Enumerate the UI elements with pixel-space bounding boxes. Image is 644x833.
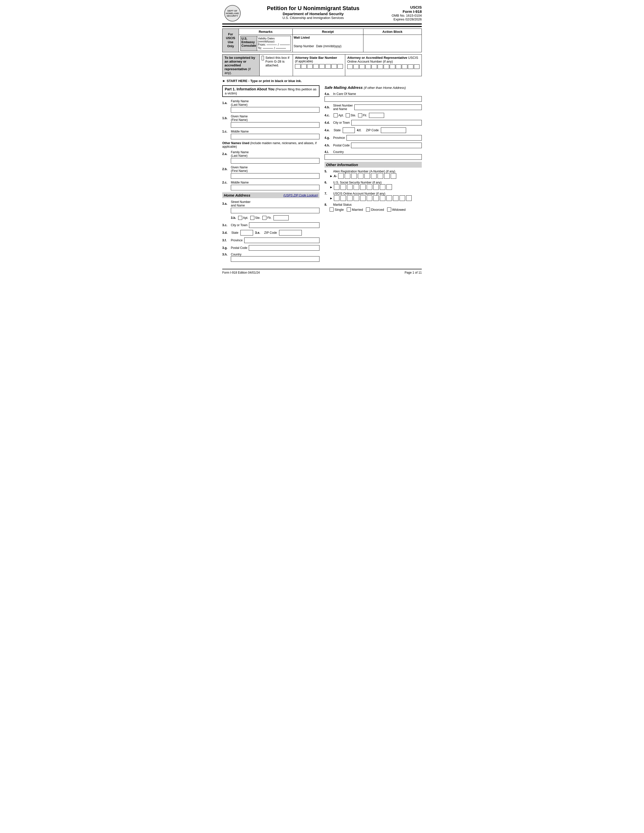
married-checkbox[interactable] [347, 207, 351, 212]
field-4a-row: 4.a. In Care Of Name [325, 92, 422, 96]
safe-ste-checkbox[interactable] [346, 113, 350, 117]
acct-box-1[interactable] [334, 195, 340, 201]
ssn-box-8[interactable] [380, 184, 385, 190]
usps-link[interactable]: (USPS ZIP Code Lookup) [283, 194, 318, 197]
safe-flr-item: Flr. [358, 113, 367, 117]
acct-box-6[interactable] [367, 195, 372, 201]
single-checkbox[interactable] [330, 207, 333, 212]
ssn-box-5[interactable] [360, 184, 366, 190]
state-input[interactable] [240, 230, 253, 235]
safe-flr-checkbox[interactable] [358, 113, 362, 117]
other-names-label: Other Names Used (Include maiden name, n… [222, 142, 319, 148]
field-3b: 3.b. Apt. Ste. Flr. [222, 215, 319, 220]
field-2b-input-wrapper [231, 173, 319, 179]
footer-right: Page 1 of 11 [404, 271, 422, 274]
acct-box-9[interactable] [386, 195, 392, 201]
ssn-box-9[interactable] [386, 184, 392, 190]
field-1c-label-row: 1.c. Middle Name [222, 130, 319, 133]
field-2a-desc: Family Name(Last Name) [231, 150, 249, 158]
date-label: Date (mm/dd/yyyy) [316, 44, 341, 48]
province-input[interactable] [244, 238, 319, 243]
field-2a-input-wrapper [231, 158, 319, 164]
a-num-box-7[interactable] [378, 173, 383, 179]
other-middle-name-input[interactable] [231, 185, 319, 190]
country-input[interactable] [231, 256, 319, 262]
zip-input[interactable] [279, 230, 302, 235]
field-3c-row: 3.c. City or Town [222, 222, 319, 228]
acct-box-8[interactable] [380, 195, 385, 201]
field-3e-desc: ZIP Code [264, 231, 277, 235]
flr-checkbox[interactable] [262, 216, 266, 220]
acct-box-7[interactable] [373, 195, 379, 201]
ssn-box-1[interactable] [334, 184, 340, 190]
safe-zip-input[interactable] [381, 127, 406, 133]
field-4e-desc: State [333, 129, 341, 132]
safe-city-input[interactable] [351, 120, 422, 125]
other-family-name-input[interactable] [231, 158, 319, 164]
a-num-box-2[interactable] [345, 173, 350, 179]
acct-box-2[interactable] [340, 195, 346, 201]
field-2c-label-row: 2.c. Middle Name [222, 181, 319, 184]
acct-box-10[interactable] [393, 195, 399, 201]
field-5: 5. Alien Registration Number (A-Number) … [325, 170, 422, 179]
city-input[interactable] [249, 222, 319, 228]
field-4a: 4.a. In Care Of Name [325, 92, 422, 102]
account-prefix: ► [330, 196, 333, 200]
postal-code-input[interactable] [249, 245, 319, 251]
online-account-boxes [347, 64, 420, 69]
apt-ste-flr-row: 3.b. Apt. Ste. Flr. [231, 215, 319, 220]
safe-country-input[interactable] [325, 154, 422, 160]
field-3f: 3.f. Province [222, 238, 319, 243]
ssn-box-3[interactable] [347, 184, 353, 190]
field-4b: 4.b. Street Numberand Name [325, 104, 422, 111]
divorced-checkbox[interactable] [366, 207, 370, 212]
family-name-input[interactable] [231, 107, 319, 113]
ssn-box-2[interactable] [340, 184, 346, 190]
a-num-box-5[interactable] [364, 173, 370, 179]
field-3c: 3.c. City or Town [222, 222, 319, 228]
field-7-desc: USCIS Online Account Number (if any) [333, 192, 385, 195]
acct-box-4[interactable] [354, 195, 359, 201]
bar-number-boxes [295, 64, 343, 69]
safe-street-input[interactable] [354, 105, 422, 110]
ssn-box-7[interactable] [373, 184, 379, 190]
a-prefix: ► A- [330, 174, 337, 178]
receipt-content: Wait Listed Stamp Number Date (mm/dd/yyy… [293, 35, 363, 52]
marital-married: Married [347, 207, 363, 212]
a-num-box-1[interactable] [338, 173, 344, 179]
middle-name-input[interactable] [231, 134, 319, 139]
a-num-box-9[interactable] [391, 173, 396, 179]
other-given-name-input[interactable] [231, 173, 319, 179]
expires-date: Expires 02/28/2026 [384, 18, 422, 21]
safe-province-input[interactable] [346, 135, 422, 141]
ste-checkbox[interactable] [250, 216, 254, 220]
acct-box-5[interactable] [360, 195, 366, 201]
field-4g-row: 4.g. Province [325, 135, 422, 141]
acct-box-3[interactable] [347, 195, 353, 201]
a-num-box-8[interactable] [384, 173, 390, 179]
ssn-box-6[interactable] [367, 184, 372, 190]
safe-apt-number-input[interactable] [369, 113, 384, 118]
field-1c-num: 1.c. [222, 130, 229, 133]
safe-state-input[interactable] [343, 127, 355, 133]
given-name-input[interactable] [231, 122, 319, 128]
a-num-box-3[interactable] [351, 173, 357, 179]
a-num-box-6[interactable] [371, 173, 377, 179]
care-of-input[interactable] [325, 96, 422, 102]
widowed-checkbox[interactable] [387, 207, 391, 212]
omb-number: OMB No. 1615-0104 [384, 14, 422, 18]
field-3f-row: 3.f. Province [222, 238, 319, 243]
apt-number-input[interactable] [274, 215, 289, 220]
safe-postal-code-input[interactable] [351, 143, 422, 148]
street-number-input[interactable] [231, 208, 319, 213]
acct-box-12[interactable] [406, 195, 412, 201]
field-6-num: 6. [325, 181, 332, 184]
apt-checkbox[interactable] [238, 216, 242, 220]
a-num-box-4[interactable] [358, 173, 364, 179]
acct-box-11[interactable] [399, 195, 405, 201]
home-address-title: Home Address [224, 193, 250, 198]
ssn-box-4[interactable] [354, 184, 359, 190]
field-5-num: 5. [325, 170, 332, 173]
g28-checkbox[interactable] [262, 56, 264, 60]
safe-apt-checkbox[interactable] [333, 113, 338, 117]
